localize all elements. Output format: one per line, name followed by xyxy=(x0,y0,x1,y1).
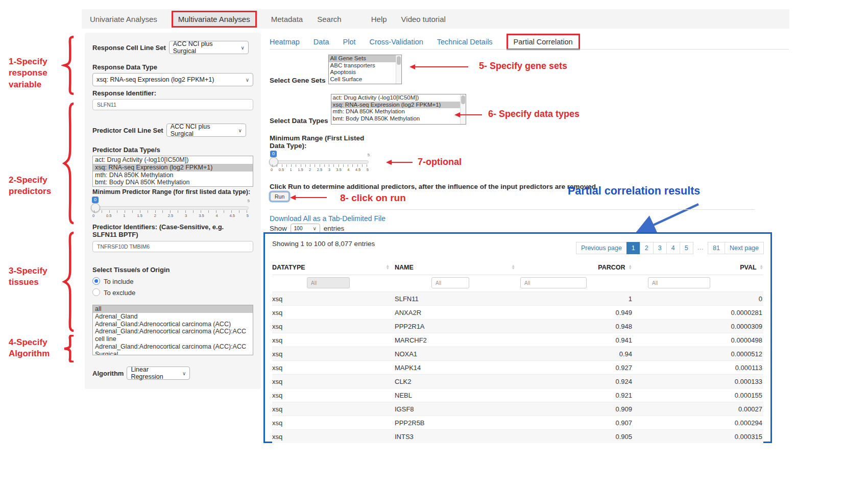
option[interactable]: act: Drug Activity (-log10[IC50M]) xyxy=(331,94,460,102)
run-button[interactable]: Run xyxy=(270,192,289,201)
next-page-button[interactable]: Next page xyxy=(725,242,764,254)
option[interactable]: Adrenal_Gland:Adrenocortical carcinoma (… xyxy=(93,321,253,328)
scrollbar[interactable] xyxy=(460,94,466,124)
entries-label: entries xyxy=(324,225,345,232)
tick-label: 1.5 xyxy=(298,167,303,172)
page-button-4[interactable]: 4 xyxy=(666,242,680,254)
option[interactable]: Adrenal_Gland:Adrenocortical carcinoma (… xyxy=(93,343,253,355)
radio-checked-icon[interactable] xyxy=(92,277,100,285)
annotation-step8: 8- click on run xyxy=(340,191,406,204)
algorithm-select[interactable]: Linear Regression ∨ xyxy=(127,367,190,380)
predictor-identifiers-input[interactable] xyxy=(92,241,253,252)
column-header-datatype[interactable]: DATATYPE ▲▼ xyxy=(272,264,395,271)
option[interactable]: Apoptosis xyxy=(329,69,396,76)
tab-technical-details[interactable]: Technical Details xyxy=(437,38,493,46)
response-identifier-input[interactable] xyxy=(92,99,253,110)
option[interactable]: ABC transporters xyxy=(329,62,396,69)
filter-parcor-input[interactable] xyxy=(520,277,587,288)
page-button-1[interactable]: 1 xyxy=(626,242,640,254)
chevron-down-icon: ∨ xyxy=(238,128,242,133)
option[interactable]: mth: DNA 850K Methylation xyxy=(331,108,460,115)
option[interactable]: xsq: RNA-seq Expression (log2 FPKM+1) xyxy=(93,164,253,172)
predictor-data-types-listbox[interactable]: act: Drug Activity (-log10[IC50M])xsq: R… xyxy=(92,156,253,187)
tab-heatmap[interactable]: Heatmap xyxy=(270,38,300,46)
option[interactable]: Adrenal_Gland xyxy=(93,313,253,321)
option[interactable]: Adrenal_Gland:Adrenocortical carcinoma (… xyxy=(93,328,253,343)
option[interactable]: mth: DNA 850K Methylation xyxy=(93,172,253,179)
table-cell: NEBL xyxy=(395,392,520,399)
nav-multivariate-analyses[interactable]: Multivariate Analyses xyxy=(172,11,257,28)
sort-icon[interactable]: ▲▼ xyxy=(386,265,390,270)
download-all-link[interactable]: Download All as a Tab-Delimited File xyxy=(270,214,385,223)
table-row[interactable]: xsqPPP2R1A0.9480.0000309 xyxy=(272,319,763,333)
slider-track[interactable] xyxy=(92,206,249,210)
tissue-exclude-option[interactable]: To exclude xyxy=(92,288,253,297)
table-row[interactable]: xsqPPP2R5B0.9070.000294 xyxy=(272,416,763,429)
gene-sets-listbox[interactable]: All Gene SetsABC transportersApoptosisCe… xyxy=(328,55,402,84)
radio-unchecked-icon[interactable] xyxy=(92,288,100,296)
tissue-exclude-label: To exclude xyxy=(104,289,135,297)
sort-icon[interactable]: ▲▼ xyxy=(760,265,763,270)
filter-pval-input[interactable] xyxy=(648,277,710,288)
table-row[interactable]: xsqINTS30.9050.000315 xyxy=(272,429,763,443)
nav-help[interactable]: Help xyxy=(371,15,387,23)
option[interactable]: All Gene Sets xyxy=(329,55,396,62)
previous-page-button[interactable]: Previous page xyxy=(576,242,627,254)
page-button-3[interactable]: 3 xyxy=(653,242,667,254)
table-row[interactable]: xsqSLFN1110 xyxy=(272,291,763,305)
predictor-cell-line-set-select[interactable]: ACC NCI plus Surgical ∨ xyxy=(166,124,246,137)
chevron-down-icon: ∨ xyxy=(182,371,186,376)
table-cell: 0.94 xyxy=(520,350,632,358)
table-row[interactable]: xsqMAPK140.9270.000113 xyxy=(272,360,763,374)
nav-metadata[interactable]: Metadata xyxy=(271,15,303,23)
response-data-type-select[interactable]: xsq: RNA-seq Expression (log2 FPKM+1) ∨ xyxy=(92,73,253,86)
table-row[interactable]: xsqNEBL0.9210.000155 xyxy=(272,388,763,402)
scrollbar-thumb[interactable] xyxy=(461,95,465,104)
filter-datatype-input[interactable] xyxy=(307,277,350,288)
tab-partial-correlation[interactable]: Partial Correlation xyxy=(507,34,580,50)
table-row[interactable]: xsqNOXA10.940.0000512 xyxy=(272,347,763,360)
slider-track[interactable] xyxy=(271,160,369,164)
sort-icon[interactable]: ▲▼ xyxy=(629,265,632,270)
column-header-name[interactable]: NAME ▲▼ xyxy=(395,264,520,271)
response-cell-line-set-select[interactable]: ACC NCI plus Surgical ∨ xyxy=(169,41,249,54)
option[interactable]: bmt: Body DNA 850K Methylation xyxy=(331,115,460,123)
predictor-cell-line-set-value: ACC NCI plus Surgical xyxy=(171,123,234,137)
option[interactable]: all xyxy=(93,305,253,313)
select-gene-sets-label: Select Gene Sets xyxy=(270,77,326,84)
tab-cross-validation[interactable]: Cross-Validation xyxy=(369,38,423,46)
page-button-2[interactable]: 2 xyxy=(640,242,654,254)
table-filter-row xyxy=(272,275,763,291)
nav-univariate-analyses[interactable]: Univariate Analyses xyxy=(90,15,157,23)
table-row[interactable]: xsqCLK20.9240.000133 xyxy=(272,374,763,388)
page-button-5[interactable]: 5 xyxy=(680,242,693,254)
tick-label: 1 xyxy=(123,213,125,218)
slider-max-label: 5 xyxy=(368,153,370,157)
table-row[interactable]: xsqIGSF80.9090.00027 xyxy=(272,402,763,416)
table-row[interactable]: xsqANXA2R0.9490.0000281 xyxy=(272,305,763,319)
tissue-listbox[interactable]: allAdrenal_GlandAdrenal_Gland:Adrenocort… xyxy=(92,305,253,355)
option[interactable]: xsq: RNA-seq Expression (log2 FPKM+1) xyxy=(331,102,460,109)
table-cell: 0.948 xyxy=(520,323,632,330)
column-header-pval[interactable]: PVAL ▲▼ xyxy=(632,264,763,271)
option[interactable]: Cell Surface xyxy=(329,76,396,83)
min-predictor-range-slider[interactable]: 0 5 00.511.522.533.544.55 xyxy=(92,197,249,219)
column-header-parcor[interactable]: PARCOR ▲▼ xyxy=(520,264,632,271)
min-range-slider[interactable]: 0 5 00.511.522.533.544.55 xyxy=(271,151,369,173)
sort-icon[interactable]: ▲▼ xyxy=(512,265,515,270)
nav-video-tutorial[interactable]: Video tutorial xyxy=(401,15,446,23)
option[interactable]: bmt: Body DNA 850K Methylation xyxy=(93,179,253,186)
page-button-81[interactable]: 81 xyxy=(708,242,725,254)
filter-name-input[interactable] xyxy=(431,277,469,288)
table-row[interactable]: xsqMARCHF20.9410.0000498 xyxy=(272,333,763,347)
tab-plot[interactable]: Plot xyxy=(343,38,355,46)
tab-data[interactable]: Data xyxy=(314,38,329,46)
nav-search[interactable]: Search xyxy=(317,15,342,23)
tick-label: 3.5 xyxy=(336,167,341,172)
data-types-listbox[interactable]: act: Drug Activity (-log10[IC50M])xsq: R… xyxy=(331,94,466,125)
option[interactable]: act: Drug Activity (-log10[IC50M]) xyxy=(93,156,253,164)
scrollbar-thumb[interactable] xyxy=(397,56,401,65)
tissue-include-option[interactable]: To include xyxy=(92,277,253,285)
scrollbar[interactable] xyxy=(396,55,401,84)
table-cell: 0.000155 xyxy=(632,392,763,399)
